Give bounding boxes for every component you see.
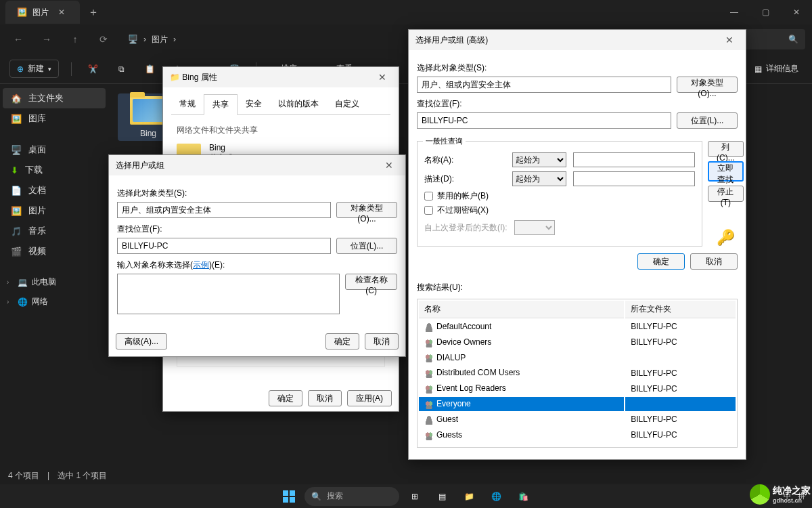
sidebar-item-music[interactable]: 🎵音乐 [3,221,106,241]
sidebar-item-downloads[interactable]: ⬇下载 [3,160,106,180]
stop-button[interactable]: 停止(T) [708,186,744,202]
forward-button[interactable]: → [35,28,58,51]
object-types-button[interactable]: 对象类型(O)... [677,77,738,93]
tab-close-button[interactable]: ✕ [54,6,69,18]
sidebar-item-pictures[interactable]: 🖼️图片 [3,200,106,221]
explorer-tab[interactable]: 🖼️ 图片 ✕ [5,1,80,24]
details-pane-button[interactable]: ▦详细信息 [750,60,803,77]
tab-custom[interactable]: 自定义 [327,94,367,114]
find-now-button[interactable]: 立即查找(N) [708,161,744,182]
object-type-field[interactable] [117,202,331,218]
common-queries-group: 一般性查询 名称(A): 起始为 描述(D): 起始为 禁用的帐户(B) 不过期… [417,141,702,247]
folder-icon: 📁 [170,72,180,82]
svg-rect-2 [283,497,288,503]
cancel-button[interactable]: 取消 [365,333,399,350]
tab-security[interactable]: 安全 [238,94,270,114]
result-row[interactable]: DefaultAccountBILLYFU-PC [419,320,736,334]
start-button[interactable] [277,487,300,506]
refresh-button[interactable]: ⟳ [92,28,115,51]
close-button[interactable]: ✕ [781,0,812,24]
disabled-accounts-checkbox[interactable] [424,192,433,200]
close-button[interactable]: ✕ [373,70,392,84]
dialog-titlebar[interactable]: 选择用户或组 (高级) ✕ [409,30,746,50]
gallery-icon: 🖼️ [11,114,22,124]
group-icon [424,353,434,362]
result-row[interactable]: GuestsBILLYFU-PC [419,428,736,442]
watermark: 纯净之家 gdhost.cn [750,484,811,505]
columns-button[interactable]: 列(C)... [708,141,744,157]
locations-button[interactable]: 位置(L)... [677,112,738,129]
search-placeholder: 搜索 [327,490,343,502]
sidebar-item-network[interactable]: ›🌐网络 [3,292,106,312]
result-row[interactable]: DIALUP [419,351,736,365]
col-name[interactable]: 名称 [419,301,624,318]
sidebar-item-documents[interactable]: 📄文档 [3,180,106,200]
tab-general[interactable]: 常规 [171,94,204,114]
titlebar: 🖼️ 图片 ✕ ＋ — ▢ ✕ [0,0,812,24]
maximize-button[interactable]: ▢ [750,0,781,24]
desc-input[interactable] [573,171,695,186]
result-row[interactable]: Device OwnersBILLYFU-PC [419,335,736,350]
non-expiring-checkbox[interactable] [424,206,433,215]
locations-button[interactable]: 位置(L)... [336,238,397,254]
task-view-button[interactable]: ⊞ [403,487,426,506]
user-icon [424,415,434,425]
cancel-button[interactable]: 取消 [308,390,342,406]
new-button[interactable]: ⊕ 新建 ▾ [9,60,59,78]
results-table[interactable]: 名称 所在文件夹 DefaultAccountBILLYFU-PCDevice … [418,299,737,448]
name-mode-select[interactable]: 起始为 [512,152,566,167]
object-names-input[interactable] [117,274,340,314]
tab-previous[interactable]: 以前的版本 [270,94,327,114]
plus-icon: ⊕ [17,64,24,74]
minimize-button[interactable]: — [719,0,750,24]
location-field[interactable] [417,112,671,129]
taskbar-search[interactable]: 🔍 搜索 [304,487,399,506]
result-row[interactable]: Everyone [419,397,736,411]
ok-button[interactable]: 确定 [269,390,302,406]
sidebar-item-home[interactable]: 🏠主文件夹 [3,88,106,108]
back-button[interactable]: ← [7,28,30,51]
desc-mode-select[interactable]: 起始为 [512,171,566,186]
up-button[interactable]: ↑ [64,28,87,51]
group-icon [424,400,434,409]
example-link[interactable]: 示例 [193,260,209,270]
cancel-button[interactable]: 取消 [690,253,738,270]
ok-button[interactable]: 确定 [637,253,685,270]
apply-button[interactable]: 应用(A) [347,390,392,406]
dialog-title: 选择用户或组 [116,160,164,171]
sidebar-item-gallery[interactable]: 🖼️图库 [3,108,106,129]
paste-button[interactable]: 📋 [141,62,159,77]
result-row[interactable]: Distributed COM UsersBILLYFU-PC [419,366,736,380]
taskbar-explorer[interactable]: 📁 [457,487,480,506]
dialog-titlebar[interactable]: 📁 Bing 属性 ✕ [163,67,399,87]
folder-label: Bing [140,129,156,138]
music-icon: 🎵 [11,226,22,236]
result-row[interactable]: Event Log ReadersBILLYFU-PC [419,381,736,396]
ok-button[interactable]: 确定 [325,333,359,350]
group-icon [424,338,434,347]
new-tab-button[interactable]: ＋ [80,1,107,24]
cut-button[interactable]: ✂️ [84,62,102,77]
col-folder[interactable]: 所在文件夹 [625,301,736,318]
pictures-icon: 🖼️ [16,7,27,18]
object-types-button[interactable]: 对象类型(O)... [336,202,397,218]
taskbar-edge[interactable]: 🌐 [484,487,508,506]
copy-button[interactable]: ⧉ [114,62,129,77]
sidebar-item-videos[interactable]: 🎬视频 [3,241,106,261]
close-button[interactable]: ✕ [380,158,399,172]
result-row[interactable]: GuestBILLYFU-PC [419,412,736,427]
taskbar-store[interactable]: 🛍️ [512,487,535,506]
breadcrumb-current[interactable]: 图片 [152,34,168,45]
check-names-button[interactable]: 检查名称(C) [345,274,397,290]
tab-sharing[interactable]: 共享 [204,94,238,115]
location-field[interactable] [117,238,331,254]
sidebar-item-desktop[interactable]: 🖥️桌面 [3,140,106,160]
result-row[interactable]: Hyper-V AdministratorsBILLYFU-PC [419,444,736,448]
taskbar-app[interactable]: ▤ [430,487,453,506]
advanced-button[interactable]: 高级(A)... [116,333,167,350]
dialog-titlebar[interactable]: 选择用户或组 ✕ [109,155,405,175]
sidebar-item-thispc[interactable]: ›💻此电脑 [3,272,106,292]
name-input[interactable] [573,152,695,167]
object-type-field[interactable] [417,77,671,93]
close-button[interactable]: ✕ [720,33,739,47]
